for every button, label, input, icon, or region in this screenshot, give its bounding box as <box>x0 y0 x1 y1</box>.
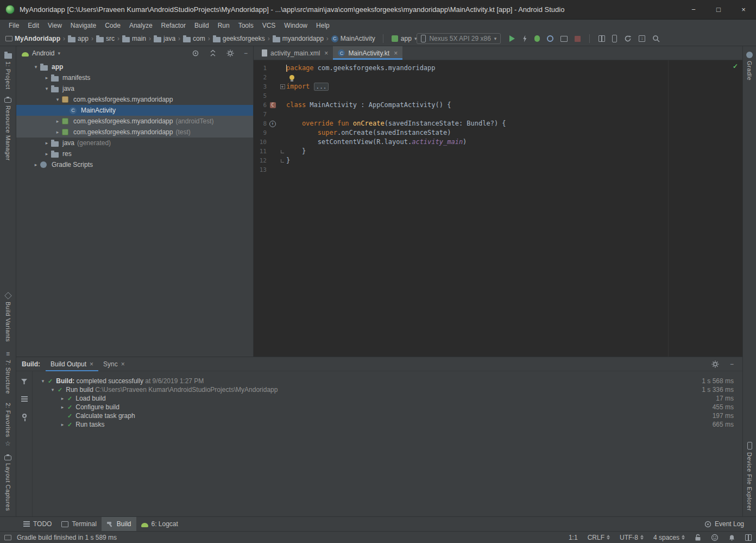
menu-navigate[interactable]: Navigate <box>66 20 100 32</box>
sync-project-button[interactable] <box>624 35 632 42</box>
menu-code[interactable]: Code <box>100 20 125 32</box>
breadcrumb-geeksforgeeks[interactable]: geeksforgeeks <box>213 35 265 42</box>
close-tab-icon[interactable]: × <box>90 360 93 368</box>
menu-help[interactable]: Help <box>312 20 334 32</box>
chevron-right-icon[interactable]: ▸ <box>53 118 62 124</box>
class-gutter-icon[interactable]: C <box>270 102 276 108</box>
debug-button[interactable] <box>534 35 540 42</box>
lock-icon[interactable] <box>695 534 701 541</box>
chevron-down-icon[interactable]: ▾ <box>53 97 62 102</box>
gear-icon[interactable] <box>711 360 719 368</box>
hide-panel-icon[interactable]: − <box>244 50 248 57</box>
tab-build-output[interactable]: Build Output × <box>46 357 98 371</box>
chevron-down-icon[interactable]: ▾ <box>49 387 56 392</box>
tool-button-gradle[interactable]: Gradle <box>746 52 753 80</box>
encoding-widget[interactable]: UTF-8 <box>620 534 644 541</box>
tree-item-res[interactable]: ▸ res <box>16 148 253 159</box>
filter-icon[interactable] <box>21 379 27 384</box>
chevron-right-icon[interactable]: ▸ <box>32 162 40 167</box>
code-editor[interactable]: 1 package com.geeksforgeeks.myandoridapp… <box>254 60 742 174</box>
menu-file[interactable]: File <box>4 20 23 32</box>
tool-button-structure[interactable]: ≡ 7: Structure <box>5 351 11 394</box>
menu-window[interactable]: Window <box>280 20 312 32</box>
chevron-down-icon[interactable]: ▾ <box>39 378 47 384</box>
menu-tools[interactable]: Tools <box>234 20 258 32</box>
build-row-calculate-task-graph[interactable]: ✓ Calculate task graph 197 ms <box>33 411 742 420</box>
chevron-right-icon[interactable]: ▸ <box>59 404 66 410</box>
breadcrumb-app[interactable]: app <box>68 35 89 42</box>
build-row-run-tasks[interactable]: ▸ ✓ Run tasks 665 ms <box>33 420 742 429</box>
caret-position-widget[interactable]: 1:1 <box>569 534 578 541</box>
tree-item-mainactivity[interactable]: C MainActivity <box>16 105 253 116</box>
close-tab-icon[interactable]: × <box>121 360 125 368</box>
breadcrumb-project[interactable]: MyAndoridapp <box>5 35 60 42</box>
run-button[interactable] <box>509 35 515 42</box>
tool-button-todo[interactable]: TODO <box>18 517 56 532</box>
pin-icon[interactable] <box>22 414 27 418</box>
collapse-all-icon[interactable] <box>209 49 217 57</box>
breadcrumb-com[interactable]: com <box>183 35 205 42</box>
menu-build[interactable]: Build <box>190 20 213 32</box>
tool-button-terminal[interactable]: Terminal <box>56 517 101 532</box>
chevron-down-icon[interactable]: ▾ <box>42 86 51 91</box>
menu-run[interactable]: Run <box>213 20 234 32</box>
tree-item-gradle-scripts[interactable]: ▸ Gradle Scripts <box>16 159 253 170</box>
tab-activity-main-xml[interactable]: activity_main.xml × <box>257 46 333 60</box>
menu-refactor[interactable]: Refactor <box>157 20 190 32</box>
chevron-down-icon[interactable]: ▾ <box>32 64 40 70</box>
tool-button-logcat[interactable]: 6: Logcat <box>136 517 183 532</box>
tool-button-layout-captures[interactable]: Layout Captures <box>4 455 11 511</box>
override-method-gutter-icon[interactable]: ↑ <box>269 121 276 127</box>
avd-manager-button[interactable] <box>612 35 617 42</box>
maximize-button[interactable]: □ <box>706 0 731 20</box>
toggle-tool-strips-icon[interactable] <box>4 535 11 540</box>
indent-widget[interactable]: 4 spaces <box>653 534 685 541</box>
tree-item-package-androidtest[interactable]: ▸ com.geeksforgeeks.myandoridapp (androi… <box>16 116 253 127</box>
stop-button[interactable] <box>575 36 581 42</box>
tree-item-manifests[interactable]: ▸ manifests <box>16 72 253 83</box>
highlighting-level-smiley-icon[interactable] <box>711 534 719 541</box>
breadcrumb-java[interactable]: java <box>154 35 175 42</box>
tool-button-build-variants[interactable]: Build Variants <box>5 292 11 342</box>
chevron-right-icon[interactable]: ▸ <box>59 422 66 427</box>
tree-item-package[interactable]: ▾ com.geeksforgeeks.myandoridapp <box>16 94 253 105</box>
screen-reader-icon[interactable] <box>745 534 752 541</box>
apply-changes-button[interactable] <box>522 35 527 42</box>
folded-imports[interactable]: ... <box>314 83 329 91</box>
tool-button-build[interactable]: Build <box>102 517 136 532</box>
menu-vcs[interactable]: VCS <box>258 20 280 32</box>
chevron-right-icon[interactable]: ▸ <box>42 151 51 157</box>
breadcrumb-main[interactable]: main <box>122 35 146 42</box>
chevron-right-icon[interactable]: ▸ <box>53 129 62 135</box>
minimize-button[interactable]: − <box>681 0 706 20</box>
chevron-right-icon[interactable]: ▸ <box>42 140 51 146</box>
breadcrumb-mainactivity[interactable]: CMainActivity <box>331 35 375 42</box>
hide-panel-icon[interactable]: − <box>730 361 734 367</box>
chevron-down-icon[interactable]: ▾ <box>58 51 60 56</box>
tree-item-app[interactable]: ▾ app <box>16 61 253 72</box>
chevron-right-icon[interactable]: ▸ <box>59 396 66 401</box>
locate-file-icon[interactable] <box>192 49 199 57</box>
tool-button-favorites[interactable]: 2: Favorites ☆ <box>5 403 11 446</box>
menu-analyze[interactable]: Analyze <box>125 20 157 32</box>
close-tab-icon[interactable]: × <box>394 49 398 57</box>
build-row-configure-build[interactable]: ▸ ✓ Configure build 455 ms <box>33 403 742 411</box>
run-configuration-select[interactable]: app ▾ <box>392 35 417 42</box>
gear-icon[interactable] <box>226 49 234 57</box>
console-output-icon[interactable] <box>21 396 28 402</box>
sdk-manager-button[interactable]: ↓ <box>639 35 645 42</box>
close-button[interactable]: × <box>731 0 756 20</box>
menu-edit[interactable]: Edit <box>23 20 43 32</box>
project-view-selector[interactable]: Android <box>32 49 54 57</box>
fold-expand-icon[interactable]: + <box>280 84 285 89</box>
tool-button-project[interactable]: 1: Project <box>4 52 12 89</box>
attach-debugger-button[interactable] <box>560 36 568 42</box>
chevron-right-icon[interactable]: ▸ <box>42 75 51 80</box>
build-row-root[interactable]: ▾ ✓ Build: completed successfully at 9/6… <box>33 377 742 385</box>
tool-button-device-file-explorer[interactable]: Device File Explorer <box>746 442 753 511</box>
build-row-load-build[interactable]: ▸ ✓ Load build 17 ms <box>33 394 742 403</box>
tab-sync[interactable]: Sync × <box>98 357 130 371</box>
line-separator-widget[interactable]: CRLF <box>588 534 610 541</box>
device-select[interactable]: Nexus 5X API 29 x86 ▾ <box>417 33 501 44</box>
build-row-run-build[interactable]: ▾ ✓ Run build C:\Users\Praveen Kumar\And… <box>33 385 742 394</box>
